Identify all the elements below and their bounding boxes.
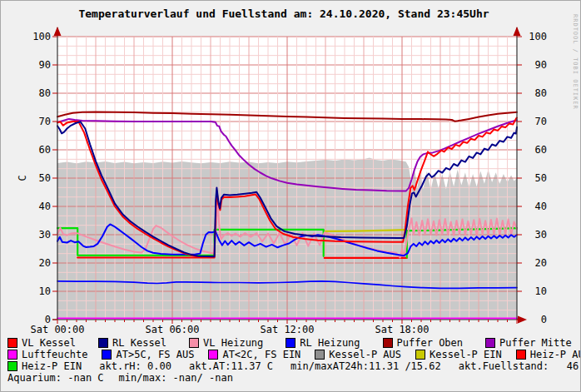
y-axis-tick-label-right: 20: [525, 258, 547, 268]
legend-label: RL Heizung: [300, 337, 360, 349]
legend-label: Heiz-P AUS: [530, 349, 581, 360]
y-axis-arrow-right: [514, 27, 521, 36]
legend-item: Heiz-P AUS: [516, 349, 581, 360]
y-axis-arrow-left: [54, 27, 62, 36]
y-axis-tick-label-left: 100: [14, 32, 51, 42]
legend-swatch-icon: [383, 338, 393, 348]
legend-item: akt.rH: 0.00: [99, 360, 171, 372]
legend: VL KesselRL KesselVL HeizungRL HeizungPu…: [7, 337, 580, 384]
rrd-graph: Temperaturverlauf und Fuellstand am: 24.…: [0, 0, 581, 392]
legend-label: akt.AT:11.37 C: [189, 360, 273, 372]
legend-swatch-icon: [7, 361, 17, 371]
legend-item: min/maxAT24h:11.31 /15.62: [290, 360, 441, 372]
legend-swatch-icon: [102, 350, 112, 360]
legend-row: VL KesselRL KesselVL HeizungRL HeizungPu…: [7, 337, 580, 349]
legend-swatch-icon: [7, 338, 17, 348]
y-axis-tick-label-right: 40: [525, 201, 547, 211]
legend-swatch-icon: [485, 338, 495, 348]
y-axis-tick-label-right: 50: [525, 173, 547, 183]
legend-item: Aquarium: -nan C: [7, 372, 104, 384]
legend-item: min/max: -nan/ -nan: [119, 372, 233, 384]
y-axis-tick-label-left: 90: [14, 60, 51, 70]
legend-row: Aquarium: -nan Cmin/max: -nan/ -nan: [7, 372, 580, 384]
y-axis-tick-label-left: 30: [14, 230, 51, 240]
legend-swatch-icon: [516, 350, 526, 360]
legend-row: LuftfeuchteAT>5C, FS AUSAT<2C, FS EINKes…: [7, 349, 580, 360]
legend-item: akt.AT:11.37 C: [189, 360, 273, 372]
legend-swatch-icon: [315, 350, 325, 360]
legend-swatch-icon: [415, 350, 425, 360]
legend-swatch-icon: [208, 350, 218, 360]
legend-label: VL Heizung: [203, 337, 263, 349]
legend-label: min/maxAT24h:11.31 /15.62: [290, 360, 441, 372]
rrdtool-watermark: RRDTOOL / TOBI OETIKER: [572, 14, 579, 110]
legend-swatch-icon: [189, 338, 199, 348]
legend-item: VL Heizung: [189, 337, 263, 349]
legend-swatch-icon: [286, 338, 295, 348]
legend-label: Puffer Mitte: [499, 337, 572, 349]
y-axis-tick-label-left: 10: [14, 286, 51, 296]
x-axis-tick-label: Sat 00:00: [28, 325, 87, 335]
legend-row: Heiz-P EINakt.rH: 0.00akt.AT:11.37 Cmin/…: [7, 360, 580, 372]
y-axis-tick-label-right: 70: [525, 117, 547, 127]
legend-item: RL Kessel: [98, 337, 166, 349]
y-axis-tick-label-right: 80: [525, 88, 547, 98]
x-axis-tick-label: Sat 18:00: [373, 325, 431, 335]
legend-swatch-icon: [7, 350, 17, 360]
x-axis-tick-label: Sat 06:00: [143, 325, 201, 335]
legend-item: Luftfeuchte: [7, 349, 87, 360]
legend-label: RL Kessel: [112, 337, 166, 349]
legend-label: VL Kessel: [22, 337, 76, 349]
legend-item: Puffer Oben: [383, 337, 463, 349]
x-axis-tick-label: Sat 12:00: [258, 325, 316, 335]
legend-label: Puffer Oben: [397, 337, 463, 349]
legend-item: akt.Fuellstand: 46: [459, 360, 579, 372]
y-axis-tick-label-right: 30: [525, 230, 547, 240]
y-axis-tick-label-left: 60: [14, 145, 51, 155]
y-axis-tick-label-right: 90: [525, 60, 547, 70]
legend-item: Puffer Mitte: [485, 337, 572, 349]
y-axis-tick-label-left: 80: [14, 88, 51, 98]
y-axis-tick-label-left: 50: [14, 173, 51, 183]
legend-label: akt.rH: 0.00: [99, 360, 171, 372]
y-axis-tick-label-right: 60: [525, 145, 547, 155]
legend-label: AT<2C, FS EIN: [222, 349, 300, 360]
legend-label: Luftfeuchte: [22, 349, 87, 360]
y-axis-tick-label-right: 10: [525, 286, 547, 296]
legend-label: Kessel-P AUS: [329, 349, 401, 360]
legend-label: Heiz-P EIN: [22, 360, 82, 372]
legend-label: Aquarium: -nan C: [7, 372, 104, 384]
y-axis-tick-label-right: 0: [525, 315, 547, 325]
y-axis-tick-label-left: 70: [14, 117, 51, 127]
y-axis-tick-label-right: 100: [525, 32, 547, 42]
y-axis-tick-label-left: 20: [14, 258, 51, 268]
legend-item: AT>5C, FS AUS: [102, 349, 194, 360]
legend-item: RL Heizung: [286, 337, 360, 349]
legend-item: Kessel-P EIN: [415, 349, 502, 360]
legend-item: AT<2C, FS EIN: [208, 349, 300, 360]
legend-item: Kessel-P AUS: [315, 349, 401, 360]
legend-swatch-icon: [98, 338, 108, 348]
legend-label: Kessel-P EIN: [430, 349, 502, 360]
legend-label: AT>5C, FS AUS: [116, 349, 194, 360]
legend-label: akt.Fuellstand: 46: [459, 360, 579, 372]
legend-label: min/max: -nan/ -nan: [119, 372, 233, 384]
legend-item: Heiz-P EIN: [7, 360, 82, 372]
legend-item: VL Kessel: [7, 337, 76, 349]
y-axis-tick-label-left: 40: [14, 201, 51, 211]
chart-title: Temperaturverlauf und Fuellstand am: 24.…: [1, 7, 567, 20]
